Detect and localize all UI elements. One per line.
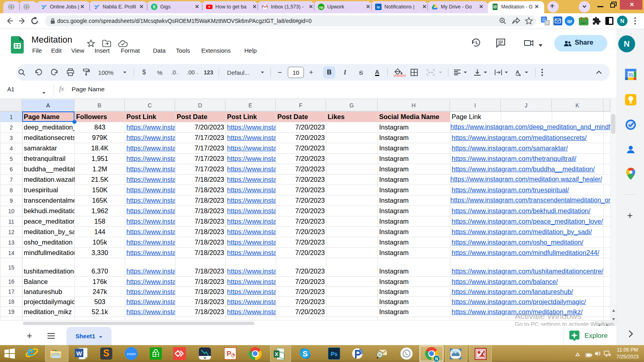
svg-text:Ps: Ps <box>330 351 337 357</box>
svg-text:A: A <box>516 69 520 75</box>
svg-text:W: W <box>76 350 82 357</box>
svg-text:fi: fi <box>153 5 155 9</box>
svg-text:in: in <box>377 5 380 9</box>
svg-text:qp: qp <box>567 19 572 23</box>
svg-text:P: P <box>227 350 231 358</box>
svg-text:31: 31 <box>628 72 633 77</box>
svg-text:up: up <box>319 5 323 9</box>
svg-text:S: S <box>303 350 308 358</box>
svg-text:w: w <box>203 356 206 359</box>
svg-text:zoom: zoom <box>127 352 136 356</box>
svg-text:X: X <box>275 351 279 357</box>
